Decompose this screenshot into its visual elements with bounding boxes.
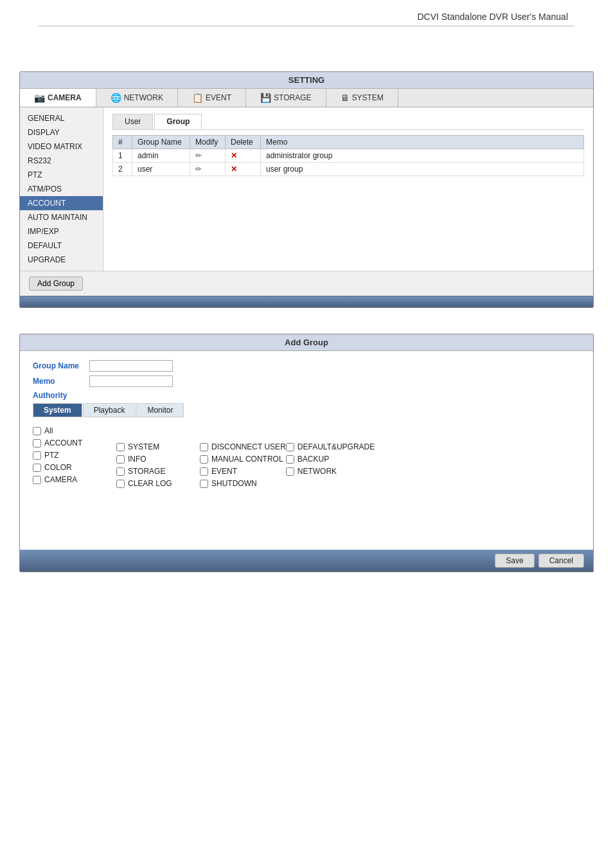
panel-body: GENERAL DISPLAY VIDEO MATRIX RS232 PTZ A…: [20, 107, 593, 271]
checkbox-event[interactable]: EVENT: [200, 467, 286, 476]
memo-input[interactable]: [89, 375, 173, 387]
col-header-name: Group Name: [132, 136, 190, 149]
row-num: 1: [113, 149, 132, 163]
row-num: 2: [113, 163, 132, 176]
checkbox-network[interactable]: NETWORK: [286, 467, 375, 476]
sidebar-item-default[interactable]: DEFAULT: [20, 239, 103, 253]
row-delete[interactable]: ✕: [226, 149, 261, 163]
checkbox-camera[interactable]: CAMERA: [33, 475, 116, 484]
checkbox-default-upgrade[interactable]: DEFAULT&UPGRADE: [286, 442, 375, 451]
auth-col-4: DEFAULT&UPGRADE BACKUP NETWORK: [286, 426, 375, 488]
sidebar-item-auto-maintain[interactable]: AUTO MAINTAIN: [20, 210, 103, 224]
checkbox-disconnect-user[interactable]: DISCONNECT USER: [200, 442, 286, 451]
sub-tab-user[interactable]: User: [112, 114, 153, 129]
sidebar-item-display[interactable]: DISPLAY: [20, 125, 103, 140]
group-name-row: Group Name: [33, 360, 580, 372]
auth-col-1: All ACCOUNT PTZ COLOR: [33, 426, 116, 488]
camera-icon: 📷: [34, 93, 45, 103]
authority-grid: All ACCOUNT PTZ COLOR: [33, 422, 580, 492]
checkbox-info-input[interactable]: [116, 455, 125, 464]
auth-col-3: DISCONNECT USER MANUAL CONTROL EVENT SHU…: [200, 426, 286, 488]
panel-footer: Add Group: [20, 271, 593, 296]
checkbox-shutdown-input[interactable]: [200, 480, 208, 488]
auth-tab-system[interactable]: System: [33, 403, 82, 417]
sidebar-item-ptz[interactable]: PTZ: [20, 168, 103, 182]
tab-event[interactable]: 📋 EVENT: [178, 89, 246, 107]
setting-sidebar: GENERAL DISPLAY VIDEO MATRIX RS232 PTZ A…: [20, 107, 103, 271]
tab-network[interactable]: 🌐 NETWORK: [96, 89, 178, 107]
auth-tab-playback[interactable]: Playback: [83, 403, 136, 417]
setting-title: SETTING: [20, 72, 593, 89]
cancel-button[interactable]: Cancel: [538, 554, 584, 568]
row-modify[interactable]: ✏: [190, 163, 226, 176]
table-row: 1 admin ✏ ✕ administrator group: [113, 149, 584, 163]
tab-camera[interactable]: 📷 CAMERA: [20, 89, 96, 107]
page-divider: [39, 26, 574, 26]
page-title: DCVI Standalone DVR User's Manual: [417, 12, 568, 22]
tab-system[interactable]: 🖥 SYSTEM: [326, 89, 398, 107]
sidebar-item-general[interactable]: GENERAL: [20, 111, 103, 125]
checkbox-system[interactable]: SYSTEM: [116, 442, 200, 451]
authority-label: Authority: [33, 391, 580, 400]
memo-row: Memo: [33, 375, 580, 387]
checkbox-manual-control-input[interactable]: [200, 455, 208, 464]
page-header: DCVI Standalone DVR User's Manual: [19, 0, 594, 26]
sidebar-item-account[interactable]: ACCOUNT: [20, 196, 103, 210]
checkbox-info[interactable]: INFO: [116, 455, 200, 464]
setting-panel: SETTING 📷 CAMERA 🌐 NETWORK 📋 EVENT 💾 STO…: [19, 71, 594, 308]
checkbox-manual-control[interactable]: MANUAL CONTROL: [200, 455, 286, 464]
row-memo: administrator group: [261, 149, 584, 163]
delete-icon[interactable]: ✕: [231, 151, 237, 160]
add-group-button[interactable]: Add Group: [29, 276, 83, 291]
content-area: User Group # Group Name Modify Delete Me…: [103, 107, 593, 271]
sidebar-item-rs232[interactable]: RS232: [20, 154, 103, 168]
checkbox-storage-input[interactable]: [116, 467, 125, 476]
checkbox-disconnect-user-input[interactable]: [200, 443, 208, 451]
checkbox-storage[interactable]: STORAGE: [116, 467, 200, 476]
row-delete[interactable]: ✕: [226, 163, 261, 176]
sidebar-item-imp-exp[interactable]: IMP/EXP: [20, 224, 103, 239]
addgroup-title: Add Group: [20, 334, 593, 351]
row-name: admin: [132, 149, 190, 163]
checkbox-event-input[interactable]: [200, 467, 208, 476]
checkbox-color[interactable]: COLOR: [33, 463, 116, 472]
checkbox-all[interactable]: All: [33, 426, 116, 435]
checkbox-account[interactable]: ACCOUNT: [33, 439, 116, 448]
checkbox-all-input[interactable]: [33, 427, 41, 435]
edit-icon[interactable]: ✏: [195, 151, 202, 160]
authority-tabs: System Playback Monitor: [33, 403, 580, 417]
addgroup-body: Group Name Memo Authority System Playbac…: [20, 351, 593, 550]
sub-tab-bar: User Group: [112, 114, 584, 130]
edit-icon[interactable]: ✏: [195, 165, 202, 174]
checkbox-clear-log[interactable]: CLEAR LOG: [116, 479, 200, 488]
checkbox-clear-log-input[interactable]: [116, 480, 125, 488]
checkbox-network-input[interactable]: [286, 467, 294, 476]
sidebar-item-atm-pos[interactable]: ATM/POS: [20, 182, 103, 196]
checkbox-camera-input[interactable]: [33, 476, 41, 484]
sidebar-item-upgrade[interactable]: UPGRADE: [20, 253, 103, 267]
checkbox-ptz[interactable]: PTZ: [33, 451, 116, 460]
tab-storage[interactable]: 💾 STORAGE: [246, 89, 326, 107]
row-modify[interactable]: ✏: [190, 149, 226, 163]
sidebar-item-video-matrix[interactable]: VIDEO MATRIX: [20, 140, 103, 154]
checkbox-account-input[interactable]: [33, 439, 41, 448]
checkbox-backup-input[interactable]: [286, 455, 294, 464]
col-header-delete: Delete: [226, 136, 261, 149]
checkbox-system-input[interactable]: [116, 443, 125, 451]
save-button[interactable]: Save: [495, 554, 534, 568]
auth-tab-monitor[interactable]: Monitor: [136, 403, 184, 417]
sub-tab-group[interactable]: Group: [154, 114, 202, 129]
delete-icon[interactable]: ✕: [231, 165, 237, 174]
checkbox-ptz-input[interactable]: [33, 451, 41, 460]
row-name: user: [132, 163, 190, 176]
checkbox-default-upgrade-input[interactable]: [286, 443, 294, 451]
addgroup-footer: Save Cancel: [20, 550, 593, 572]
group-name-label: Group Name: [33, 361, 84, 370]
checkbox-color-input[interactable]: [33, 464, 41, 472]
setting-tab-bar: 📷 CAMERA 🌐 NETWORK 📋 EVENT 💾 STORAGE 🖥 S…: [20, 89, 593, 107]
group-name-input[interactable]: [89, 360, 173, 372]
checkbox-shutdown[interactable]: SHUTDOWN: [200, 479, 286, 488]
checkbox-backup[interactable]: BACKUP: [286, 455, 375, 464]
col-header-modify: Modify: [190, 136, 226, 149]
col-header-num: #: [113, 136, 132, 149]
